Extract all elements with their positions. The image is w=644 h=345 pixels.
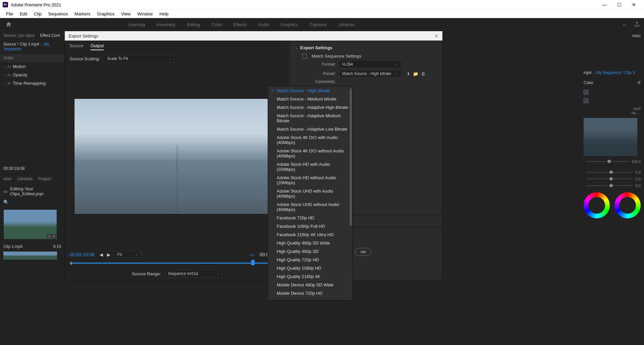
in-timecode[interactable]: 00:00:19:08 — [69, 252, 94, 257]
menu-edit[interactable]: Edit — [16, 10, 31, 18]
preset-option[interactable]: Mobile Device 720p HD — [268, 289, 353, 297]
preset-dropdown-list[interactable]: Match Source - High bitrateMatch Source … — [268, 86, 353, 300]
chevron-right-icon: › — [5, 81, 6, 85]
workspace-graphics[interactable]: Graphics — [280, 20, 299, 29]
match-sequence-checkbox[interactable] — [302, 54, 307, 59]
project-tab[interactable]: Project: — [38, 177, 52, 181]
playhead-handle[interactable] — [251, 260, 255, 265]
param-slider[interactable]: 0.0 — [580, 169, 644, 176]
preset-option[interactable]: Adobe Stock HD without Audio (20Mbps) — [268, 174, 353, 187]
workspace-effects[interactable]: Effects — [233, 20, 248, 29]
import-preset-icon[interactable]: 📁 — [413, 71, 418, 76]
workspace-libraries[interactable]: Libraries — [337, 20, 356, 29]
effect-motion[interactable]: ›fxMotion — [0, 62, 64, 71]
source-range-dropdown[interactable]: Sequence In/Out ⌄ — [165, 270, 222, 277]
home-icon[interactable] — [4, 20, 13, 29]
chevron-down-icon: ⌄ — [216, 271, 219, 276]
preset-option[interactable]: Facebook 2160p 4K Ultra HD — [268, 230, 353, 239]
shadows-wheel[interactable] — [584, 192, 610, 218]
window-maximize-button[interactable]: ☐ — [612, 0, 627, 9]
browser-tab[interactable]: wser — [3, 177, 12, 181]
preset-option[interactable]: Adobe Stock 4K DCI without Audio (40Mbps… — [268, 147, 353, 160]
param-slider[interactable]: 0.0 — [580, 182, 644, 189]
effect-controls-tab[interactable]: Effect Cont — [40, 33, 60, 38]
window-close-button[interactable]: ✕ — [627, 0, 641, 9]
preset-option[interactable]: High Quality 1080p HD — [268, 264, 353, 272]
preset-option[interactable]: Adobe Stock HD with Audio (20Mbps) — [268, 160, 353, 174]
preset-option[interactable]: Match Source - Adaptive Low Bitrate — [268, 125, 353, 133]
preset-option[interactable]: Adobe Stock UHD without Audio (40Mbps) — [268, 200, 353, 214]
aspect-ratio-icon[interactable]: ▭ — [250, 252, 254, 257]
highlights-wheel[interactable] — [614, 192, 641, 218]
preset-option[interactable]: Mobile Device 480p SD Wide — [268, 281, 353, 289]
save-preset-icon[interactable]: ⬇ — [407, 71, 410, 76]
cancel-button[interactable]: cel — [355, 248, 371, 256]
clip-thumbnail-2[interactable] — [3, 252, 57, 260]
preset-option[interactable]: High Quality 480p SD Wide — [268, 239, 353, 247]
preview-controls: 00:00:19:08 ◀ ▶ Fit ⌄ ▭ 00:00:22:17 — [65, 249, 289, 280]
sequence-clip-link[interactable]: My Sequence * Clip 3 — [596, 70, 635, 75]
intensity-value: 100.0 — [631, 159, 641, 163]
preset-option[interactable]: Match Source - Adaptive Medium Bitrate — [268, 112, 353, 125]
format-label: Format: — [296, 62, 336, 67]
preset-option[interactable]: Match Source - Medium bitrate — [268, 95, 353, 103]
play-button[interactable]: ▶ — [107, 252, 110, 257]
right-tab[interactable]: mics — [580, 31, 644, 41]
workspace-audio[interactable]: Audio — [257, 20, 270, 29]
workspace-editing[interactable]: Editing — [186, 20, 201, 29]
menu-window[interactable]: Window — [134, 10, 156, 18]
clip-thumbnail[interactable]: ▯ ≡ — [3, 209, 57, 239]
workspace-color[interactable]: Color — [211, 20, 223, 29]
export-settings-dialog: Export Settings ✕ Source Output Source S… — [64, 31, 443, 280]
workspace-overflow-button[interactable]: ›› — [619, 22, 630, 27]
lumetri-check-1[interactable] — [584, 90, 588, 94]
menu-file[interactable]: File — [3, 10, 16, 18]
chevron-down-icon[interactable]: ⌄ — [40, 43, 44, 46]
format-dropdown[interactable]: H.264 ⌄ — [339, 61, 401, 68]
export-settings-header[interactable]: ⌄ Export Settings — [296, 45, 436, 50]
effect-time-remapping[interactable]: ›fxTime Remapping — [0, 79, 64, 87]
lumetri-check-2[interactable] — [584, 98, 588, 103]
zoom-dropdown[interactable]: Fit ⌄ — [114, 251, 141, 258]
range-slider[interactable] — [69, 261, 284, 265]
preset-option[interactable]: Facebook 1080p Full HD — [268, 222, 353, 230]
source-scaling-dropdown[interactable]: Scale To Fit ⌄ — [104, 55, 174, 62]
dialog-close-button[interactable]: ✕ — [434, 33, 438, 39]
intensity-slider[interactable]: 100.0 — [580, 158, 644, 165]
search-icon[interactable]: 🔍 — [3, 200, 9, 205]
preset-option[interactable]: High Quality 480p SD — [268, 247, 353, 256]
preset-option[interactable]: Mobile Device 1080p HD — [268, 297, 353, 300]
preset-option[interactable]: Adobe Stock UHD with Audio (40Mbps) — [268, 187, 353, 200]
preset-option[interactable]: High Quality 2160p 4K — [268, 272, 353, 281]
effect-opacity[interactable]: ›fxOpacity — [0, 71, 64, 79]
workspace-learning[interactable]: Learning — [127, 20, 146, 29]
preset-option[interactable]: Adobe Stock 4K DCI with Audio (40Mbps) — [268, 133, 353, 147]
range-bar — [71, 263, 282, 264]
tab-source[interactable]: Source — [69, 43, 83, 50]
libraries-tab[interactable]: Libraries — [17, 177, 33, 181]
menu-graphics[interactable]: Graphics — [94, 10, 118, 18]
step-back-button[interactable]: ◀ — [100, 252, 103, 257]
menu-view[interactable]: View — [118, 10, 134, 18]
preset-dropdown[interactable]: Match Source - High bitrate ⌄ — [339, 70, 401, 77]
menu-markers[interactable]: Markers — [71, 10, 94, 18]
menu-help[interactable]: Help — [156, 10, 172, 18]
window-minimize-button[interactable]: — — [597, 0, 612, 9]
source-tab[interactable]: Source: (no clips) — [3, 33, 35, 38]
preset-option[interactable]: High Quality 720p HD — [268, 256, 353, 264]
reset-icon[interactable]: ↺ — [637, 80, 641, 85]
preset-option[interactable]: Match Source - Adaptive High Bitrate — [268, 103, 353, 112]
menu-sequence[interactable]: Sequence — [45, 10, 71, 18]
window-titlebar: Pr Adobe Premiere Pro 2021 — ☐ ✕ — [0, 0, 644, 9]
preview-column: Source Output Source Scaling: Scale To F… — [65, 41, 289, 280]
menu-clip[interactable]: Clip — [31, 10, 45, 18]
tab-output[interactable]: Output — [91, 43, 104, 50]
workspace-captions[interactable]: Captions — [309, 20, 327, 29]
param-slider[interactable]: 0.0 — [580, 176, 644, 182]
delete-preset-icon[interactable]: 🗑 — [421, 71, 425, 76]
dialog-title: Export Settings — [69, 33, 98, 39]
workspace-assembly[interactable]: Assembly — [156, 20, 176, 29]
share-icon[interactable] — [634, 21, 640, 28]
preset-option[interactable]: Facebook 720p HD — [268, 214, 353, 222]
preset-option[interactable]: Match Source - High bitrate — [268, 86, 353, 95]
